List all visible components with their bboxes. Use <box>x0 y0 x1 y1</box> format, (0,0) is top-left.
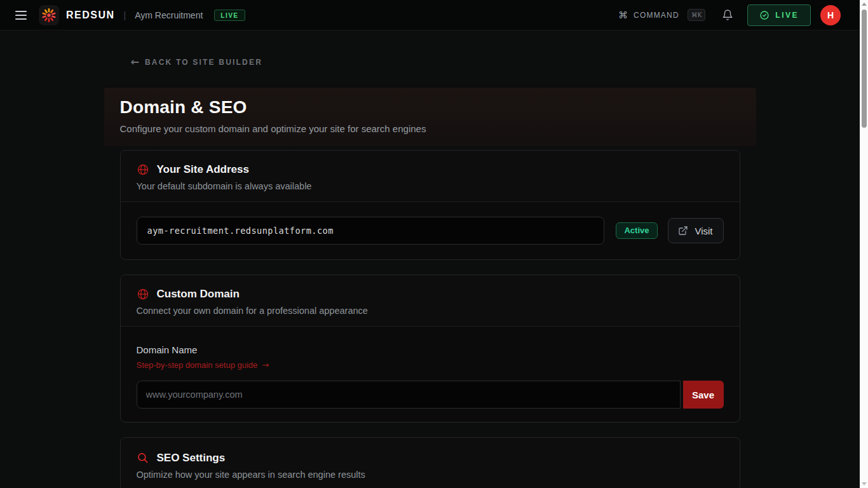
menu-icon[interactable] <box>15 10 27 21</box>
status-badge: Active <box>616 222 657 239</box>
user-avatar[interactable]: H <box>820 5 841 25</box>
starburst-icon <box>41 7 57 24</box>
custom-domain-subtitle: Connect your own domain for a profession… <box>137 306 724 316</box>
custom-domain-card: Custom Domain Connect your own domain fo… <box>120 274 740 423</box>
globe-icon <box>137 288 149 301</box>
globe-icon <box>137 163 149 176</box>
arrow-right-icon: → <box>262 360 269 370</box>
external-link-icon <box>678 226 688 236</box>
command-shortcut-kbd: ⌘K <box>688 9 706 21</box>
custom-domain-title: Custom Domain <box>157 288 240 301</box>
scrollbar-down-arrow[interactable] <box>862 482 867 485</box>
command-label: COMMAND <box>634 11 679 20</box>
save-button[interactable]: Save <box>683 381 724 409</box>
scrollbar-up-arrow[interactable] <box>862 3 867 6</box>
setup-guide-link[interactable]: Step-by-step domain setup guide → <box>137 360 269 370</box>
redsun-logo-icon[interactable] <box>39 5 59 25</box>
back-to-site-builder-link[interactable]: ← BACK TO SITE BUILDER <box>131 56 263 68</box>
site-address-title: Your Site Address <box>157 163 249 176</box>
nav-separator: | <box>124 10 126 20</box>
seo-settings-title: SEO Settings <box>157 452 226 464</box>
command-icon: ⌘ <box>618 10 628 21</box>
setup-guide-label: Step-by-step domain setup guide <box>137 360 258 370</box>
live-button-label: LIVE <box>775 11 799 20</box>
site-live-badge: LIVE <box>214 10 245 21</box>
site-address-card: Your Site Address Your default subdomain… <box>120 150 740 260</box>
visit-button-label: Visit <box>695 226 712 236</box>
visit-button[interactable]: Visit <box>668 218 724 243</box>
check-circle-icon <box>759 10 770 20</box>
custom-domain-input[interactable] <box>137 381 681 409</box>
page-subtitle: Configure your custom domain and optimiz… <box>120 123 740 134</box>
page-title: Domain & SEO <box>120 97 740 118</box>
search-icon <box>137 452 149 464</box>
subdomain-input[interactable] <box>137 217 605 245</box>
notifications-button[interactable] <box>722 9 733 21</box>
seo-settings-subtitle: Optimize how your site appears in search… <box>137 470 724 480</box>
live-status-button[interactable]: LIVE <box>747 4 811 26</box>
back-link-label: BACK TO SITE BUILDER <box>145 58 262 67</box>
site-name: Aym Recruitment <box>135 10 203 20</box>
top-navbar: REDSUN | Aym Recruitment LIVE ⌘ COMMAND … <box>0 0 868 30</box>
brand-name: REDSUN <box>66 10 115 21</box>
bell-icon <box>722 9 733 21</box>
back-arrow-icon: ← <box>131 56 139 68</box>
scrollbar-thumb[interactable] <box>862 10 867 128</box>
page-header: Domain & SEO Configure your custom domai… <box>104 88 756 146</box>
domain-name-label: Domain Name <box>137 344 724 355</box>
vertical-scrollbar[interactable] <box>860 0 868 488</box>
site-address-subtitle: Your default subdomain is always availab… <box>137 181 724 191</box>
seo-settings-card: SEO Settings Optimize how your site appe… <box>120 437 740 488</box>
page-content: ← BACK TO SITE BUILDER Domain & SEO Conf… <box>0 30 860 488</box>
command-palette-button[interactable]: ⌘ COMMAND ⌘K <box>618 9 705 21</box>
